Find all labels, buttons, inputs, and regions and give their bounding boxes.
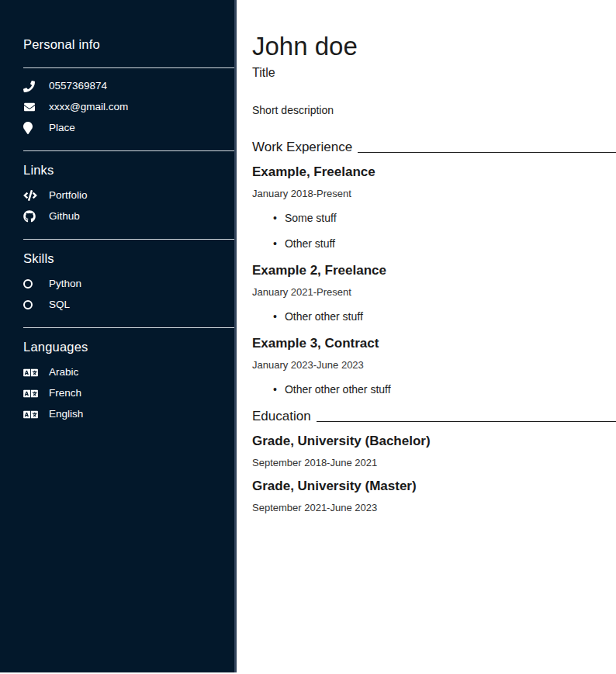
language-item: English: [23, 407, 234, 421]
short-description: Short description: [252, 104, 616, 116]
work-entry-bullets: Other other other stuff: [252, 383, 616, 396]
education-title: Education: [252, 409, 311, 424]
section-divider: [23, 239, 234, 240]
sidebar-section-title-personal-info: Personal info: [23, 37, 234, 52]
location-label: Place: [49, 121, 75, 135]
language-label: French: [49, 386, 81, 400]
work-entry-date: January 2018-Present: [252, 188, 616, 200]
sidebar: Personal info 0557369874 xxxx@gmail.com …: [0, 0, 237, 672]
section-divider: [23, 327, 234, 328]
sidebar-section-title-skills: Skills: [23, 251, 234, 266]
links-items: Portfolio Github: [23, 188, 234, 223]
language-icon: [23, 409, 39, 420]
language-label: English: [49, 407, 83, 421]
envelope-icon: [23, 102, 39, 112]
github-icon: [23, 210, 39, 223]
phone-number: 0557369874: [49, 79, 107, 93]
language-icon: [23, 367, 39, 378]
bullet-item: Other other other stuff: [273, 383, 616, 396]
circle-icon: [23, 300, 39, 309]
work-entry-bullets: Some stuff Other stuff: [252, 212, 616, 251]
github-link[interactable]: Github: [23, 209, 234, 223]
skills-items: Python SQL: [23, 277, 234, 312]
education-entry-title: Grade, University (Bachelor): [252, 434, 616, 449]
work-entry-title: Example 3, Contract: [252, 336, 616, 351]
name-heading: John doe: [252, 31, 616, 62]
sidebar-section-title-links: Links: [23, 163, 234, 178]
portfolio-link[interactable]: Portfolio: [23, 188, 234, 202]
code-icon: [23, 190, 39, 201]
phone-item: 0557369874: [23, 79, 234, 93]
education-heading: Education: [252, 409, 616, 424]
education-entry-date: September 2018-June 2021: [252, 457, 616, 469]
email-address: xxxx@gmail.com: [49, 100, 128, 114]
education-entry-date: September 2021-June 2023: [252, 502, 616, 514]
languages-items: Arabic French English: [23, 365, 234, 421]
work-experience-title: Work Experience: [252, 140, 352, 155]
heading-rule: [358, 152, 616, 153]
bullet-item: Some stuff: [273, 212, 616, 225]
bullet-item: Other other stuff: [273, 310, 616, 323]
job-title: Title: [252, 66, 616, 80]
education-entry-title: Grade, University (Master): [252, 479, 616, 494]
section-divider: [23, 67, 234, 68]
work-entry-bullets: Other other stuff: [252, 310, 616, 323]
portfolio-label: Portfolio: [49, 188, 88, 202]
personal-info-items: 0557369874 xxxx@gmail.com Place: [23, 79, 234, 135]
main-content: John doe Title Short description Work Ex…: [237, 0, 616, 674]
language-item: French: [23, 386, 234, 400]
bullet-item: Other stuff: [273, 237, 616, 251]
language-icon: [23, 388, 39, 399]
heading-rule: [317, 421, 616, 422]
work-entry-title: Example, Freelance: [252, 164, 616, 180]
sidebar-section-title-languages: Languages: [23, 340, 234, 354]
resume-page: Personal info 0557369874 xxxx@gmail.com …: [0, 0, 616, 674]
skill-item: SQL: [23, 298, 234, 312]
circle-icon: [23, 279, 39, 289]
section-divider: [23, 150, 234, 151]
work-experience-heading: Work Experience: [252, 140, 616, 155]
skill-label: SQL: [49, 298, 70, 312]
work-entry-title: Example 2, Freelance: [252, 263, 616, 278]
email-item: xxxx@gmail.com: [23, 100, 234, 114]
skill-item: Python: [23, 277, 234, 291]
github-label: Github: [49, 209, 80, 223]
work-entry-date: January 2021-Present: [252, 286, 616, 299]
language-label: Arabic: [49, 365, 78, 379]
phone-icon: [23, 81, 39, 92]
work-entry-date: January 2023-June 2023: [252, 359, 616, 372]
skill-label: Python: [49, 277, 81, 291]
location-item: Place: [23, 121, 234, 135]
location-pin-icon: [23, 122, 39, 134]
language-item: Arabic: [23, 365, 234, 379]
